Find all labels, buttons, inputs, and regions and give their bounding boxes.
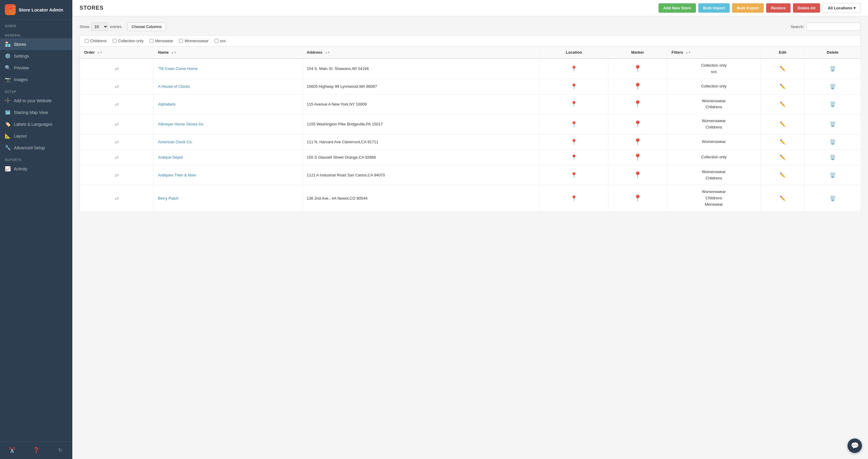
restore-button[interactable]: Restore bbox=[766, 3, 790, 13]
store-name-link[interactable]: Alphabets bbox=[158, 102, 176, 107]
edit-button[interactable]: ✏️ bbox=[780, 196, 786, 201]
chat-widget[interactable]: 💬 bbox=[847, 438, 862, 453]
store-name-link[interactable]: A House of Clocks bbox=[158, 84, 190, 89]
name-sort-icon[interactable]: ▲▼ bbox=[171, 51, 176, 54]
sidebar-item-advanced-setup-label: Advanced Setup bbox=[14, 145, 45, 150]
location-icon[interactable]: 📍 bbox=[570, 101, 577, 107]
filter-sxx[interactable]: sxx bbox=[215, 38, 226, 43]
sidebar-item-add-to-website[interactable]: ➕ Add to your Website bbox=[0, 95, 72, 107]
edit-button[interactable]: ✏️ bbox=[780, 102, 786, 107]
filter-label-childrens: Childrens bbox=[90, 38, 107, 43]
choose-columns-button[interactable]: Choose Columns bbox=[127, 22, 166, 31]
bulk-export-button[interactable]: Bulk Export bbox=[732, 3, 764, 13]
filters-sort-icon[interactable]: ▲▼ bbox=[686, 51, 691, 54]
th-name: Name ▲▼ bbox=[154, 47, 302, 59]
store-name-link[interactable]: Antiques Then & Now bbox=[158, 173, 196, 177]
filter-checkbox-sxx[interactable] bbox=[215, 39, 218, 43]
sidebar-item-activity[interactable]: 📈 Activity bbox=[0, 163, 72, 175]
location-icon[interactable]: 📍 bbox=[570, 154, 577, 161]
store-name-link[interactable]: American Clock Co. bbox=[158, 140, 193, 144]
sidebar-footer-refresh-btn[interactable]: ↻ bbox=[48, 444, 72, 456]
filter-checkbox-collection-only[interactable] bbox=[113, 39, 117, 43]
all-locations-button[interactable]: All Locations ▾ bbox=[823, 3, 861, 13]
sidebar-item-starting-map-view[interactable]: 🗺️ Starting Map View bbox=[0, 107, 72, 118]
filter-collection-only[interactable]: Collection only bbox=[113, 38, 144, 43]
location-icon[interactable]: 📍 bbox=[570, 66, 577, 72]
layout-icon: 📐 bbox=[5, 133, 11, 139]
location-icon[interactable]: 📍 bbox=[570, 121, 577, 127]
store-name-link[interactable]: Berry Patch bbox=[158, 196, 179, 201]
sidebar-item-layout[interactable]: 📐 Layout bbox=[0, 130, 72, 142]
delete-button[interactable]: 🗑️ bbox=[830, 102, 836, 107]
marker-icon: 📍 bbox=[633, 65, 642, 73]
table-row: ⇄A House of Clocks15605 Highway 99 Lynnw… bbox=[80, 79, 861, 94]
sidebar-item-stores[interactable]: 🏪 Stores bbox=[0, 38, 72, 50]
table-row: ⇄Antiques Then & Now1121 A Industrial Ro… bbox=[80, 165, 861, 185]
sidebar-item-images[interactable]: 📷 Images bbox=[0, 74, 72, 85]
entries-select[interactable]: 102550100 bbox=[91, 23, 108, 31]
marker-icon: 📍 bbox=[633, 153, 642, 161]
order-sort-icon[interactable]: ▲▼ bbox=[97, 51, 102, 54]
edit-button[interactable]: ✏️ bbox=[780, 121, 786, 127]
filter-label-collection-only: Collection only bbox=[118, 38, 144, 43]
drag-handle[interactable]: ⇄ bbox=[115, 84, 119, 89]
th-filters-label: Filters bbox=[672, 50, 683, 55]
sidebar-item-settings[interactable]: ⚙️ Settings bbox=[0, 50, 72, 62]
sidebar-logo bbox=[5, 4, 16, 15]
store-filters: Collection onlysxx bbox=[667, 58, 761, 79]
address-sort-icon[interactable]: ▲▼ bbox=[324, 51, 330, 54]
search-box: Search: bbox=[790, 23, 861, 31]
location-icon[interactable]: 📍 bbox=[570, 84, 577, 90]
drag-handle[interactable]: ⇄ bbox=[115, 155, 119, 160]
store-filters: WomenswearChildrens bbox=[667, 114, 761, 135]
sidebar-item-preview[interactable]: 🔍 Preview bbox=[0, 62, 72, 74]
sidebar-item-advanced-setup[interactable]: 🔧 Advanced Setup bbox=[0, 142, 72, 153]
store-name-link[interactable]: Altmeyer Home Stores Inc bbox=[158, 122, 204, 126]
edit-button[interactable]: ✏️ bbox=[780, 66, 786, 71]
location-icon[interactable]: 📍 bbox=[570, 172, 577, 178]
filter-womenswear[interactable]: Womenswear bbox=[179, 38, 208, 43]
drag-handle[interactable]: ⇄ bbox=[115, 102, 119, 107]
filter-checkbox-menswear[interactable] bbox=[150, 39, 153, 43]
store-address: 136 2nd Ave., #A Newot,CO 80544 bbox=[302, 185, 540, 211]
delete-button[interactable]: 🗑️ bbox=[830, 155, 836, 160]
marker-icon: 📍 bbox=[633, 138, 642, 146]
sidebar-item-labels-languages[interactable]: 🏷️ Labels & Languages bbox=[0, 118, 72, 130]
sidebar-item-activity-label: Activity bbox=[14, 167, 27, 171]
delete-button[interactable]: 🗑️ bbox=[830, 84, 836, 89]
filter-menswear[interactable]: Menswear bbox=[150, 38, 173, 43]
drag-handle[interactable]: ⇄ bbox=[115, 172, 119, 178]
drag-handle[interactable]: ⇄ bbox=[115, 121, 119, 127]
sidebar-item-layout-label: Layout bbox=[14, 134, 27, 138]
table-header-row: Order ▲▼ Name ▲▼ Address ▲▼ Location Mar… bbox=[80, 47, 861, 59]
location-icon[interactable]: 📍 bbox=[570, 139, 577, 145]
drag-handle[interactable]: ⇄ bbox=[115, 196, 119, 201]
table-header: Order ▲▼ Name ▲▼ Address ▲▼ Location Mar… bbox=[80, 47, 861, 59]
filter-checkbox-womenswear[interactable] bbox=[179, 39, 183, 43]
content-area: Show 102550100 entries Choose Columns Se… bbox=[72, 16, 868, 459]
delete-button[interactable]: 🗑️ bbox=[830, 121, 836, 127]
stores-tbody: ⇄'Till Cows Come Home154 S. Main St. Sha… bbox=[80, 58, 861, 211]
delete-all-button[interactable]: Delete All bbox=[793, 3, 820, 13]
delete-button[interactable]: 🗑️ bbox=[830, 196, 836, 201]
search-input[interactable] bbox=[807, 23, 861, 31]
drag-handle[interactable]: ⇄ bbox=[115, 139, 119, 144]
filter-childrens[interactable]: Childrens bbox=[85, 38, 107, 43]
delete-button[interactable]: 🗑️ bbox=[830, 172, 836, 178]
edit-button[interactable]: ✏️ bbox=[780, 155, 786, 160]
edit-button[interactable]: ✏️ bbox=[780, 139, 786, 144]
delete-button[interactable]: 🗑️ bbox=[830, 66, 836, 71]
store-name-link[interactable]: 'Till Cows Come Home bbox=[158, 66, 197, 71]
show-label: Show bbox=[80, 24, 90, 29]
filter-checkbox-childrens[interactable] bbox=[85, 39, 89, 43]
add-new-store-button[interactable]: Add New Store bbox=[658, 3, 696, 13]
store-name-link[interactable]: Antique Depot bbox=[158, 155, 183, 160]
drag-handle[interactable]: ⇄ bbox=[115, 66, 119, 71]
bulk-import-button[interactable]: Bulk Import bbox=[698, 3, 730, 13]
edit-button[interactable]: ✏️ bbox=[780, 84, 786, 89]
sidebar-footer-help-btn[interactable]: ❓ bbox=[24, 444, 48, 456]
sidebar-footer-tools-btn[interactable]: ✂️ bbox=[0, 444, 24, 456]
location-icon[interactable]: 📍 bbox=[570, 195, 577, 201]
delete-button[interactable]: 🗑️ bbox=[830, 139, 836, 144]
edit-button[interactable]: ✏️ bbox=[780, 172, 786, 178]
